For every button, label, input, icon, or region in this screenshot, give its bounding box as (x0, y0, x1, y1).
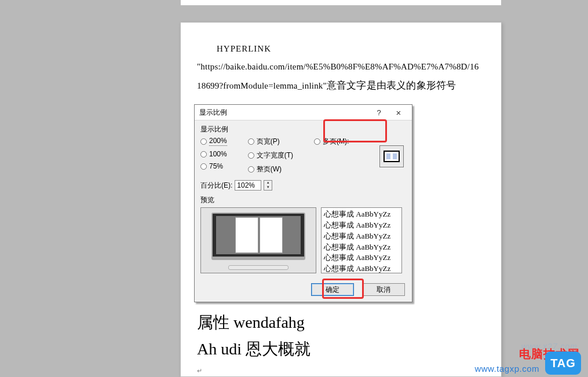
percent-spinner[interactable]: ▲▼ (264, 180, 272, 191)
zoom-100-radio[interactable]: 100% (200, 150, 227, 158)
zoom-pagewidth-radio[interactable]: 页宽(P) (248, 137, 293, 147)
tag-badge: TAG (545, 352, 581, 375)
doc-heading-line2: Ah udi 恩大概就 (197, 338, 485, 360)
hyperlink-field-label: HYPERLINK (197, 40, 271, 58)
spin-up-icon[interactable]: ▲ (264, 181, 272, 185)
zoom-wholepage-radio[interactable]: 整页(W) (248, 164, 293, 174)
percent-input[interactable] (235, 180, 261, 191)
radio-icon (200, 138, 207, 145)
site-brand-url: www.tagxp.com (474, 364, 539, 374)
radio-icon (248, 152, 254, 159)
zoom-multipage-radio[interactable]: 多页(M): (314, 137, 349, 147)
radio-icon (200, 151, 207, 158)
dialog-help-button[interactable]: ? (369, 107, 389, 119)
ok-button[interactable]: 确定 (311, 283, 354, 296)
preview-group-label: 预览 (200, 195, 406, 205)
doc-body-text: 意音文字是由表义的象形符号 (327, 80, 456, 91)
multipage-picker-button[interactable] (379, 145, 404, 167)
spin-down-icon[interactable]: ▼ (264, 185, 272, 190)
zoom-75-radio[interactable]: 75% (200, 162, 227, 170)
hyperlink-url-part1: "https://baike.baidu.com/item/%E5%B0%8F%… (197, 62, 479, 71)
radio-icon (248, 138, 254, 145)
zoom-textwidth-radio[interactable]: 文字宽度(T) (248, 151, 293, 160)
percent-label: 百分比(E): (200, 181, 232, 191)
zoom-textwidth-label: 文字宽度(T) (257, 151, 293, 160)
dialog-title-text: 显示比例 (199, 105, 369, 120)
zoom-pagewidth-label: 页宽(P) (257, 137, 280, 147)
radio-icon (248, 166, 254, 173)
radio-icon (200, 163, 207, 170)
monitor-icon (384, 151, 400, 162)
zoom-75-label: 75% (209, 162, 223, 170)
zoom-100-label: 100% (209, 150, 227, 158)
zoom-dialog: 显示比例 ? × 显示比例 200% 100% 75% 页宽(P) 文字宽度(T… (194, 104, 412, 302)
dialog-close-button[interactable]: × (389, 107, 408, 119)
zoom-wholepage-label: 整页(W) (257, 164, 282, 174)
zoom-200-label: 200% (209, 137, 227, 146)
paragraph-mark-icon: ↵ (197, 367, 485, 375)
preview-page-icon (260, 217, 283, 253)
preview-monitor (200, 207, 316, 273)
preview-sample-text: 心想事成 AaBbYyZz 心想事成 AaBbYyZz 心想事成 AaBbYyZ… (321, 207, 402, 273)
zoom-200-radio[interactable]: 200% (200, 137, 227, 146)
dialog-titlebar[interactable]: 显示比例 ? × (195, 105, 412, 120)
cancel-button[interactable]: 取消 (362, 283, 405, 296)
zoom-group-label: 显示比例 (200, 125, 406, 134)
zoom-multipage-label: 多页(M): (323, 137, 349, 147)
prev-page-edge (180, 0, 502, 6)
preview-page-icon (235, 217, 258, 253)
hyperlink-url-part2: 18699?fromModule=lemma_inlink" (197, 81, 327, 90)
radio-icon (314, 138, 320, 145)
doc-heading-line1: 属性 wendafahg (197, 312, 485, 334)
